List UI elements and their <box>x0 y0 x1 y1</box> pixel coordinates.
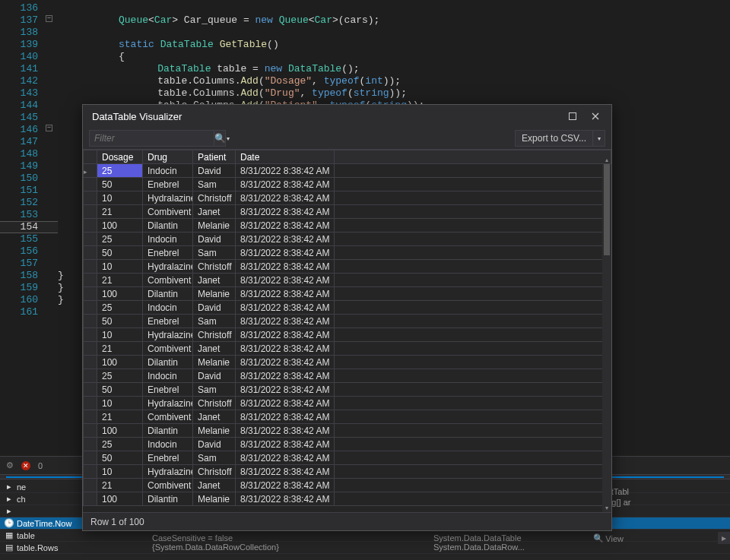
cell-date[interactable]: 8/31/2022 8:38:42 AM <box>236 301 335 315</box>
export-dropdown[interactable]: ▾ <box>592 131 605 146</box>
row-header[interactable] <box>84 301 97 315</box>
scrollbar-thumb[interactable] <box>604 164 610 255</box>
row-header[interactable] <box>84 479 97 492</box>
row-header[interactable] <box>84 424 97 438</box>
code-line[interactable]: static DataTable GetTable() <box>58 39 727 51</box>
cell-drug[interactable]: Enebrel <box>143 315 193 328</box>
code-line[interactable]: table.Columns.Add("Dosage", typeof(int))… <box>58 75 727 87</box>
code-line[interactable]: DataTable table = new DataTable(); <box>58 63 727 75</box>
cell-patient[interactable]: Christoff <box>193 191 236 205</box>
cell-dosage[interactable]: 50 <box>97 246 143 260</box>
cell-patient[interactable]: David <box>193 164 236 178</box>
cell-drug[interactable]: Combivent <box>143 479 193 492</box>
cell-dosage[interactable]: 10 <box>97 328 143 342</box>
cell-dosage[interactable]: 25 <box>97 301 143 315</box>
cell-dosage[interactable]: 100 <box>97 219 143 233</box>
cell-drug[interactable]: Enebrel <box>143 383 193 397</box>
cell-patient[interactable]: Janet <box>193 205 236 219</box>
table-row[interactable]: 50EnebrelSam8/31/2022 8:38:42 AM <box>84 451 611 465</box>
cell-date[interactable]: 8/31/2022 8:38:42 AM <box>236 356 335 369</box>
cell-drug[interactable]: Indocin <box>143 164 193 178</box>
table-row[interactable]: 21CombiventJanet8/31/2022 8:38:42 AM <box>84 205 611 219</box>
cell-drug[interactable]: Combivent <box>143 342 193 356</box>
cell-patient[interactable]: Melanie <box>193 356 236 369</box>
code-line[interactable] <box>58 2 727 14</box>
cell-patient[interactable]: Melanie <box>193 492 236 506</box>
code-line[interactable]: Queue<Car> Car_queue = new Queue<Car>(ca… <box>58 14 727 27</box>
fold-toggle-icon[interactable]: − <box>46 15 52 22</box>
table-row[interactable]: 21CombiventJanet8/31/2022 8:38:42 AM <box>84 410 611 424</box>
column-header[interactable]: Patient <box>193 150 236 164</box>
row-header[interactable] <box>84 287 97 301</box>
scroll-down-arrow-icon[interactable]: ▾ <box>602 503 611 512</box>
cell-date[interactable]: 8/31/2022 8:38:42 AM <box>236 369 335 383</box>
cell-patient[interactable]: David <box>193 301 236 315</box>
cell-dosage[interactable]: 21 <box>97 410 143 424</box>
cell-drug[interactable]: Dilantin <box>143 356 193 369</box>
cell-drug[interactable]: Enebrel <box>143 178 193 191</box>
cell-dosage[interactable]: 10 <box>97 191 143 205</box>
cell-dosage[interactable]: 21 <box>97 342 143 356</box>
gear-icon[interactable]: ⚙ <box>6 460 14 470</box>
cell-patient[interactable]: Sam <box>193 315 236 328</box>
table-row[interactable]: 10HydralazineChristoff8/31/2022 8:38:42 … <box>84 465 611 479</box>
cell-drug[interactable]: Dilantin <box>143 287 193 301</box>
scroll-up-arrow-icon[interactable]: ▴ <box>602 155 611 164</box>
cell-dosage[interactable]: 21 <box>97 274 143 287</box>
watch-item[interactable]: ▤table.Rows <box>0 542 730 554</box>
cell-date[interactable]: 8/31/2022 8:38:42 AM <box>236 315 335 328</box>
row-header[interactable] <box>84 219 97 233</box>
row-header[interactable] <box>84 410 97 424</box>
row-header[interactable] <box>84 397 97 410</box>
maximize-button[interactable] <box>563 108 582 125</box>
row-header[interactable] <box>84 328 97 342</box>
row-header[interactable]: ▸ <box>84 164 97 178</box>
cell-drug[interactable]: Hydralazine <box>143 260 193 274</box>
table-row[interactable]: 100DilantinMelanie8/31/2022 8:38:42 AM <box>84 287 611 301</box>
table-row[interactable]: 10HydralazineChristoff8/31/2022 8:38:42 … <box>84 191 611 205</box>
cell-patient[interactable]: David <box>193 369 236 383</box>
cell-dosage[interactable]: 21 <box>97 205 143 219</box>
cell-dosage[interactable]: 21 <box>97 479 143 492</box>
cell-date[interactable]: 8/31/2022 8:38:42 AM <box>236 328 335 342</box>
cell-patient[interactable]: Sam <box>193 383 236 397</box>
cell-drug[interactable]: Hydralazine <box>143 397 193 410</box>
cell-date[interactable]: 8/31/2022 8:38:42 AM <box>236 219 335 233</box>
table-row[interactable]: 50EnebrelSam8/31/2022 8:38:42 AM <box>84 246 611 260</box>
row-header[interactable] <box>84 191 97 205</box>
data-grid[interactable]: Dosage Drug Patient Date ▸25IndocinDavid… <box>83 149 611 512</box>
visualizer-link[interactable]: 🔍 View <box>593 533 624 543</box>
cell-drug[interactable]: Dilantin <box>143 219 193 233</box>
search-button[interactable]: 🔍 ▾ <box>214 131 230 146</box>
cell-patient[interactable]: Christoff <box>193 328 236 342</box>
row-header[interactable] <box>84 465 97 479</box>
cell-date[interactable]: 8/31/2022 8:38:42 AM <box>236 438 335 451</box>
row-header[interactable] <box>84 342 97 356</box>
row-header[interactable] <box>84 260 97 274</box>
cell-drug[interactable]: Combivent <box>143 274 193 287</box>
row-header[interactable] <box>84 451 97 465</box>
cell-patient[interactable]: Sam <box>193 246 236 260</box>
cell-dosage[interactable]: 100 <box>97 356 143 369</box>
cell-dosage[interactable]: 25 <box>97 233 143 246</box>
cell-patient[interactable]: Janet <box>193 410 236 424</box>
cell-date[interactable]: 8/31/2022 8:38:42 AM <box>236 260 335 274</box>
code-line[interactable]: table.Columns.Add("Drug", typeof(string)… <box>58 87 727 100</box>
cell-drug[interactable]: Hydralazine <box>143 465 193 479</box>
row-header[interactable] <box>84 246 97 260</box>
column-header[interactable]: Date <box>236 150 335 164</box>
cell-dosage[interactable]: 10 <box>97 397 143 410</box>
vertical-scrollbar[interactable]: ▴ ▾ <box>602 164 611 512</box>
cell-patient[interactable]: David <box>193 438 236 451</box>
cell-date[interactable]: 8/31/2022 8:38:42 AM <box>236 410 335 424</box>
table-row[interactable]: 25IndocinDavid8/31/2022 8:38:42 AM <box>84 301 611 315</box>
cell-dosage[interactable]: 10 <box>97 465 143 479</box>
cell-date[interactable]: 8/31/2022 8:38:42 AM <box>236 287 335 301</box>
cell-date[interactable]: 8/31/2022 8:38:42 AM <box>236 233 335 246</box>
cell-date[interactable]: 8/31/2022 8:38:42 AM <box>236 191 335 205</box>
cell-dosage[interactable]: 100 <box>97 287 143 301</box>
cell-drug[interactable]: Hydralazine <box>143 328 193 342</box>
cell-drug[interactable]: Indocin <box>143 369 193 383</box>
cell-drug[interactable]: Indocin <box>143 438 193 451</box>
table-row[interactable]: 21CombiventJanet8/31/2022 8:38:42 AM <box>84 274 611 287</box>
